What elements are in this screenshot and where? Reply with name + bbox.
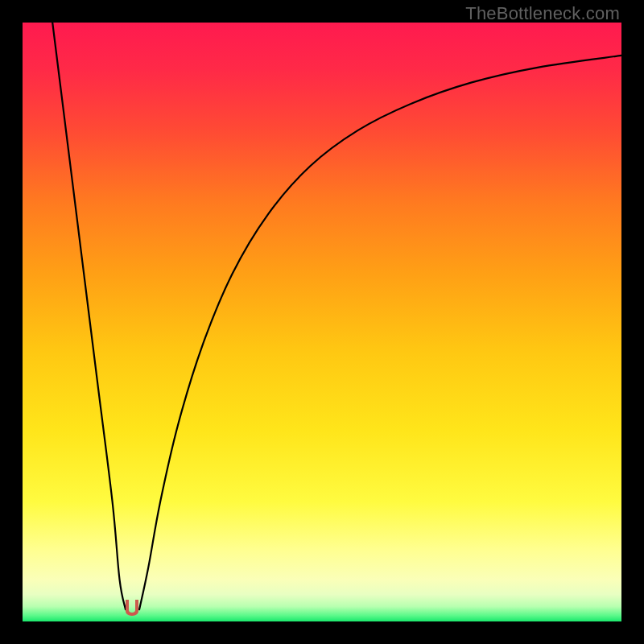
frame-border-bottom xyxy=(0,621,644,644)
curve-layer xyxy=(23,23,621,621)
chart-frame: TheBottleneck.com xyxy=(0,0,644,644)
curve-right xyxy=(139,56,621,609)
curve-left xyxy=(52,23,126,609)
plot-area xyxy=(23,23,621,621)
watermark-text: TheBottleneck.com xyxy=(465,3,620,24)
frame-border-right xyxy=(621,0,644,644)
frame-border-left xyxy=(0,0,23,644)
minimum-marker xyxy=(122,598,142,617)
